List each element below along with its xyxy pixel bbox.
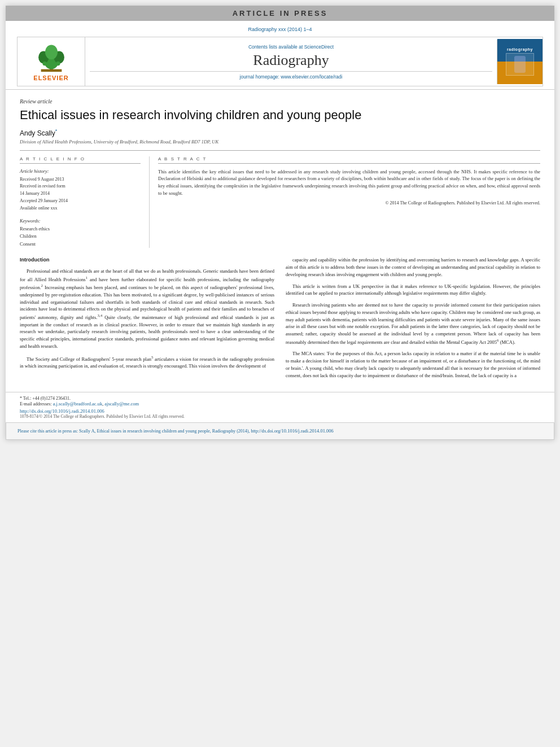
elsevier-logo: ELSEVIER bbox=[18, 37, 85, 86]
email-footnote: E-mail addresses: a.j.scally@bradford.ac… bbox=[20, 401, 540, 407]
citation-box: Please cite this article in press as: Sc… bbox=[6, 422, 554, 440]
email2-link[interactable]: ajscally@me.com bbox=[104, 401, 139, 407]
journal-center: Contents lists available at ScienceDirec… bbox=[85, 40, 497, 84]
info-section: A R T I C L E I N F O Article history: R… bbox=[20, 150, 540, 248]
journal-homepage-label: journal homepage: bbox=[240, 74, 281, 80]
header: Radiography xxx (2014) 1–4 ELSEVIE bbox=[6, 21, 554, 90]
left-column: Introduction Professional and ethical st… bbox=[20, 256, 274, 383]
journal-title: Radiography bbox=[90, 52, 492, 69]
sciencedirect-name[interactable]: ScienceDirect bbox=[304, 44, 334, 50]
right-column: capacity and capability within the profe… bbox=[286, 256, 540, 383]
intro-para1: Professional and ethical standards are a… bbox=[20, 268, 274, 350]
col2-para4: The MCA states: 'For the purposes of thi… bbox=[286, 350, 540, 379]
elsevier-tree-icon bbox=[32, 42, 71, 73]
svg-point-6 bbox=[56, 62, 60, 65]
keyword-3: Consent bbox=[20, 241, 141, 248]
page: ARTICLE IN PRESS Radiography xxx (2014) … bbox=[6, 6, 554, 440]
doi-link[interactable]: http://dx.doi.org/10.1016/j.radi.2014.01… bbox=[20, 408, 540, 414]
abstract-label: A B S T R A C T bbox=[158, 156, 540, 164]
intro-heading: Introduction bbox=[20, 256, 274, 264]
journal-footer: 1078-8174/© 2014 The College of Radiogra… bbox=[20, 414, 540, 419]
review-label: Review article bbox=[20, 98, 540, 104]
accepted-date: Accepted 29 January 2014 bbox=[20, 198, 141, 205]
available-online: Available online xxx bbox=[20, 205, 141, 212]
article-history-label: Article history: bbox=[20, 168, 141, 174]
radiography-logo-text: radiography bbox=[507, 47, 533, 51]
copyright: © 2014 The College of Radiographers. Pub… bbox=[158, 200, 540, 206]
aip-banner-text: ARTICLE IN PRESS bbox=[233, 9, 328, 18]
journal-ref: Radiography xxx (2014) 1–4 bbox=[17, 27, 543, 32]
article-info-label: A R T I C L E I N F O bbox=[20, 156, 141, 164]
keyword-2: Children bbox=[20, 233, 141, 241]
affiliation: Division of Allied Health Professions, U… bbox=[20, 139, 540, 145]
abstract-panel: A B S T R A C T This article identifies … bbox=[150, 156, 540, 248]
received-date: Received 9 August 2013 bbox=[20, 176, 141, 184]
footnotes: * Tel.: +44 (0)1274 236431. E-mail addre… bbox=[6, 392, 554, 422]
received-revised-label: Received in revised form bbox=[20, 183, 141, 190]
intro-para2: The Society and College of Radiographers… bbox=[20, 355, 274, 370]
article-title: Ethical issues in research involving chi… bbox=[20, 107, 540, 124]
col2-para1: capacity and capability within the profe… bbox=[286, 256, 540, 278]
keyword-1: Research ethics bbox=[20, 225, 141, 233]
sciencedirect-link: Contents lists available at ScienceDirec… bbox=[90, 44, 492, 50]
abstract-text: This article identifies the key ethical … bbox=[158, 168, 540, 197]
email1-link[interactable]: a.j.scally@bradford.ac.uk bbox=[53, 401, 103, 407]
author-name: Andy Scally* bbox=[20, 128, 540, 137]
journal-homepage-url[interactable]: www.elsevier.com/locate/radi bbox=[281, 74, 342, 80]
journal-homepage: journal homepage: www.elsevier.com/locat… bbox=[90, 71, 492, 80]
citation-label: Please cite this article in press as: Sc… bbox=[18, 429, 282, 434]
body-columns: Introduction Professional and ethical st… bbox=[20, 256, 540, 383]
article-info-panel: A R T I C L E I N F O Article history: R… bbox=[20, 156, 150, 248]
svg-point-4 bbox=[45, 45, 58, 60]
author-star: * bbox=[55, 128, 58, 134]
keywords-label: Keywords: bbox=[20, 218, 141, 224]
tel-footnote: * Tel.: +44 (0)1274 236431. bbox=[20, 396, 540, 401]
svg-point-5 bbox=[42, 62, 46, 65]
col2-para2: This article is written from a UK perspe… bbox=[286, 283, 540, 298]
article-dates: Received 9 August 2013 Received in revis… bbox=[20, 176, 141, 212]
keywords-list: Research ethics Children Consent bbox=[20, 225, 141, 248]
radiography-journal-logo: radiography bbox=[497, 39, 542, 84]
svg-rect-7 bbox=[41, 69, 62, 72]
sciencedirect-label: Contents lists available at bbox=[248, 44, 304, 50]
journal-header: ELSEVIER Contents lists available at Sci… bbox=[17, 37, 543, 86]
col2-para3: Research involving patients who are deem… bbox=[286, 302, 540, 346]
elsevier-brand: ELSEVIER bbox=[33, 75, 68, 81]
revised-date: 14 January 2014 bbox=[20, 190, 141, 198]
main-content: Review article Ethical issues in researc… bbox=[6, 90, 554, 392]
aip-banner: ARTICLE IN PRESS bbox=[6, 6, 554, 21]
citation-doi[interactable]: 10.1016/j.radi.2014.01.006 bbox=[282, 428, 334, 434]
